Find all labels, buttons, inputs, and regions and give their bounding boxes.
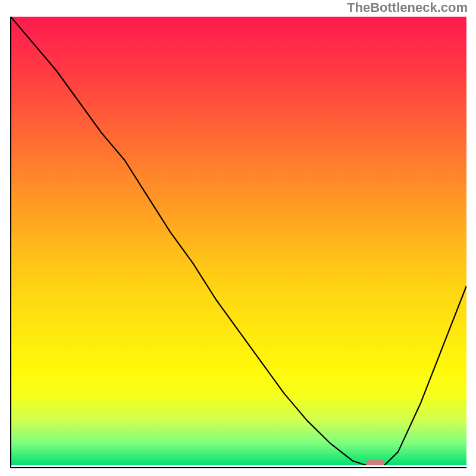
watermark-text: TheBottleneck.com [347,0,468,15]
chart-container: TheBottleneck.com [0,0,476,476]
plot-gradient-area [11,17,466,465]
plot-bottom-strip [11,465,466,468]
